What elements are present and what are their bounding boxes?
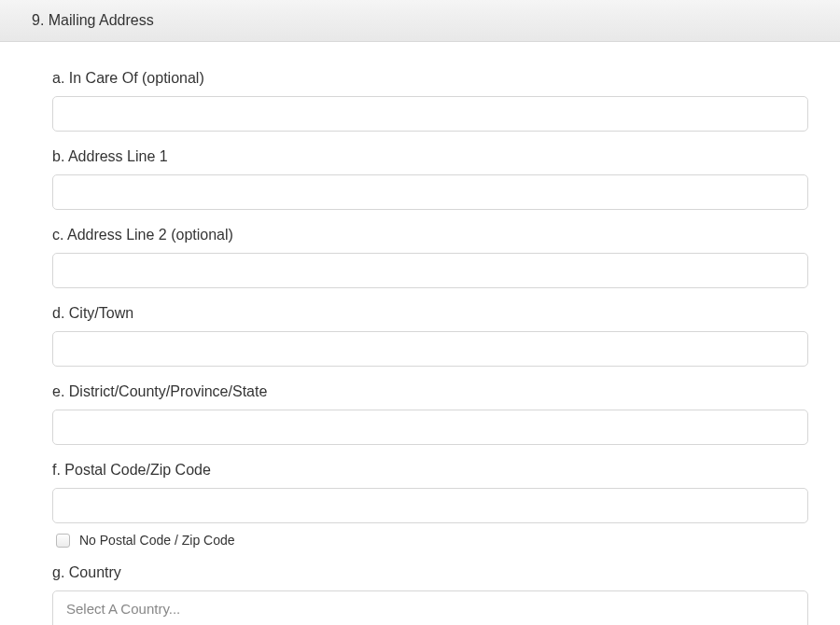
form-body: a. In Care Of (optional) b. Address Line…: [0, 42, 840, 625]
select-country[interactable]: Select A Country...: [52, 590, 808, 625]
label-in-care-of: a. In Care Of (optional): [52, 70, 808, 87]
field-district-state: e. District/County/Province/State: [52, 383, 808, 445]
field-address-line-1: b. Address Line 1: [52, 148, 808, 210]
input-postal-code[interactable]: [52, 488, 808, 523]
checkbox-no-postal[interactable]: [56, 534, 70, 548]
checkbox-row-no-postal: No Postal Code / Zip Code: [56, 533, 808, 548]
section-header: 9. Mailing Address: [0, 0, 840, 42]
label-postal-code: f. Postal Code/Zip Code: [52, 462, 808, 479]
label-address-line-1: b. Address Line 1: [52, 148, 808, 165]
field-city-town: d. City/Town: [52, 305, 808, 367]
field-in-care-of: a. In Care Of (optional): [52, 70, 808, 132]
field-country: g. Country Select A Country...: [52, 564, 808, 625]
input-district-state[interactable]: [52, 410, 808, 445]
label-district-state: e. District/County/Province/State: [52, 383, 808, 400]
input-address-line-2[interactable]: [52, 253, 808, 288]
label-address-line-2: c. Address Line 2 (optional): [52, 227, 808, 243]
label-country: g. Country: [52, 564, 808, 581]
input-in-care-of[interactable]: [52, 96, 808, 132]
field-address-line-2: c. Address Line 2 (optional): [52, 227, 808, 288]
label-city-town: d. City/Town: [52, 305, 808, 322]
input-city-town[interactable]: [52, 331, 808, 367]
checkbox-label-no-postal: No Postal Code / Zip Code: [79, 533, 235, 548]
section-title: 9. Mailing Address: [32, 12, 154, 28]
field-postal-code: f. Postal Code/Zip Code No Postal Code /…: [52, 462, 808, 548]
input-address-line-1[interactable]: [52, 174, 808, 210]
